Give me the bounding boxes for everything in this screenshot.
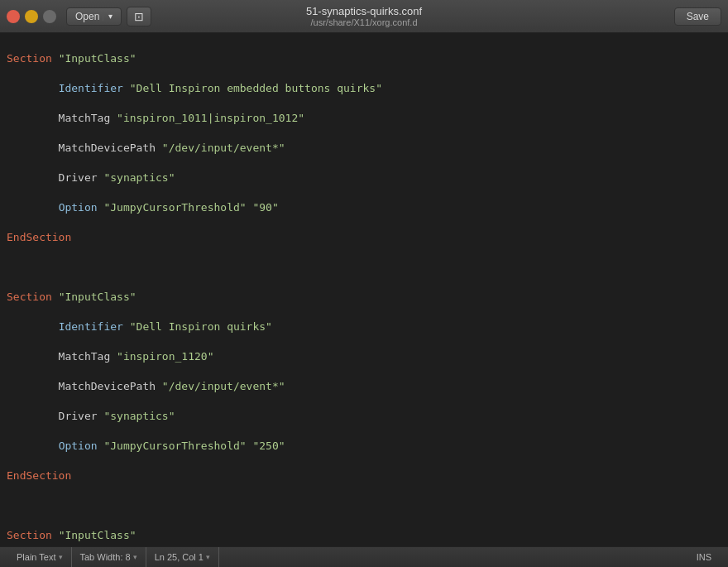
- filename-label: 51-synaptics-quirks.conf: [306, 5, 422, 17]
- line-15: EndSection: [7, 468, 721, 483]
- embed-button[interactable]: ⊡: [127, 7, 151, 26]
- save-button[interactable]: Save: [674, 7, 721, 26]
- statusbar: Plain Text ▾ Tab Width: 8 ▾ Ln 25, Col 1…: [0, 546, 728, 567]
- ins-label: INS: [697, 552, 711, 562]
- position-caret-icon: ▾: [206, 553, 210, 561]
- filepath-label: /usr/share/X11/xorg.conf.d: [306, 17, 422, 27]
- line-6: Option "JumpyCursorThreshold" "90": [7, 200, 721, 215]
- line-12: MatchDevicePath "/dev/input/event*": [7, 379, 721, 394]
- title-center: 51-synaptics-quirks.conf /usr/share/X11/…: [306, 5, 422, 27]
- line-2: Identifier "Dell Inspiron embedded butto…: [7, 81, 721, 96]
- minimize-button[interactable]: [25, 10, 38, 23]
- close-button[interactable]: [7, 10, 20, 23]
- open-caret-icon: ▾: [103, 12, 113, 21]
- plain-text-selector[interactable]: Plain Text ▾: [8, 547, 72, 567]
- line-7: EndSection: [7, 230, 721, 245]
- line-3: MatchTag "inspiron_1011|inspiron_1012": [7, 111, 721, 126]
- plain-text-caret-icon: ▾: [59, 553, 63, 561]
- position-label: Ln 25, Col 1: [155, 552, 204, 562]
- line-14: Option "JumpyCursorThreshold" "250": [7, 439, 721, 454]
- line-5: Driver "synaptics": [7, 171, 721, 185]
- window-controls: [7, 10, 56, 23]
- plain-text-label: Plain Text: [17, 552, 56, 562]
- line-16: [7, 498, 721, 513]
- tab-width-label: Tab Width: 8: [80, 552, 131, 562]
- ins-mode-badge: INS: [688, 547, 720, 567]
- line-4: MatchDevicePath "/dev/input/event*": [7, 141, 721, 156]
- line-1: Section "InputClass": [7, 51, 721, 66]
- position-selector[interactable]: Ln 25, Col 1 ▾: [146, 547, 219, 567]
- line-10: Identifier "Dell Inspiron quirks": [7, 320, 721, 334]
- open-label: Open: [75, 11, 99, 22]
- maximize-button[interactable]: [43, 10, 56, 23]
- line-13: Driver "synaptics": [7, 409, 721, 424]
- titlebar: Open ▾ ⊡ 51-synaptics-quirks.conf /usr/s…: [0, 0, 728, 33]
- tab-width-caret-icon: ▾: [133, 553, 137, 561]
- line-9: Section "InputClass": [7, 290, 721, 305]
- line-8: [7, 260, 721, 275]
- editor-area[interactable]: Section "InputClass" Identifier "Dell In…: [0, 33, 728, 546]
- open-button[interactable]: Open ▾: [66, 7, 122, 26]
- tab-width-selector[interactable]: Tab Width: 8 ▾: [72, 547, 146, 567]
- code-content: Section "InputClass" Identifier "Dell In…: [0, 33, 728, 546]
- line-11: MatchTag "inspiron_1120": [7, 349, 721, 364]
- line-17: Section "InputClass": [7, 528, 721, 543]
